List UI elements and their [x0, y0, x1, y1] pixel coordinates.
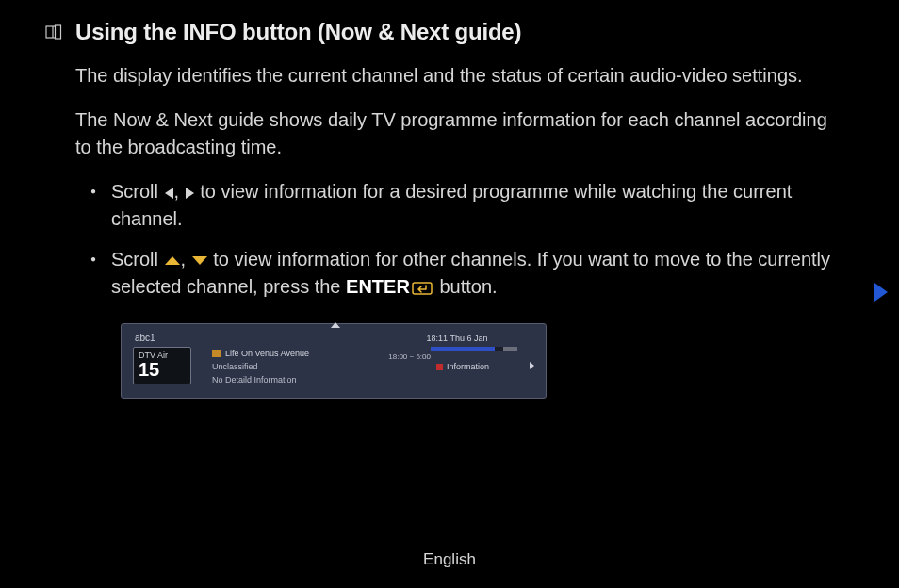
svg-rect-3: [413, 283, 432, 294]
enter-icon: [412, 281, 434, 296]
guide-progress-bar: [431, 347, 517, 351]
guide-programme-info: Life On Venus Avenue Unclassified No Det…: [212, 349, 309, 384]
bullet-2-end: button.: [434, 276, 498, 297]
guide-channel-number: 15: [134, 360, 190, 381]
svg-rect-2: [56, 25, 61, 39]
enter-label: ENTER: [346, 276, 410, 297]
arrow-right-icon: [186, 188, 194, 199]
rating-badge-icon: [212, 350, 221, 357]
bullet-2-prefix: Scroll: [111, 249, 164, 270]
bullet-1: Scroll , to view information for a desir…: [111, 178, 842, 233]
paragraph-2: The Now & Next guide shows daily TV prog…: [75, 106, 842, 161]
guide-timerange: 18:00 ~ 6:00: [388, 352, 431, 361]
red-button-icon: [436, 364, 443, 370]
guide-information-label: Information: [447, 362, 489, 371]
guide-programme-description: No Detaild Information: [212, 375, 309, 384]
language-indicator: English: [0, 550, 899, 569]
guide-channel-box: DTV Air 15: [133, 347, 191, 384]
arrow-left-icon: [165, 188, 173, 199]
bullet-1-suffix: to view information for a desired progra…: [111, 181, 792, 229]
bullet-1-prefix: Scroll: [111, 181, 164, 202]
bullet-1-sep: ,: [174, 181, 185, 202]
book-icon: [45, 24, 62, 41]
guide-channel-name: abc1: [135, 333, 155, 343]
paragraph-1: The display identifies the current chann…: [75, 62, 842, 90]
next-page-button[interactable]: [874, 283, 888, 302]
bullet-2: Scroll , to view information for other c…: [111, 246, 842, 301]
bullet-2-sep: ,: [181, 249, 191, 270]
arrow-down-icon: [192, 256, 207, 265]
guide-programme-title: Life On Venus Avenue: [225, 349, 309, 358]
guide-programme-classification: Unclassified: [212, 362, 309, 371]
guide-information-button: Information: [436, 362, 489, 371]
arrow-up-icon: [165, 256, 180, 265]
guide-datetime: 18:11 Thu 6 Jan: [382, 334, 532, 343]
chevron-right-icon: [874, 283, 888, 302]
guide-arrow-right-icon: [530, 362, 534, 369]
page-title: Using the INFO button (Now & Next guide): [75, 19, 521, 45]
now-next-guide-panel: abc1 DTV Air 15 Life On Venus Avenue Unc…: [121, 323, 547, 399]
guide-arrow-up-icon: [331, 322, 340, 328]
